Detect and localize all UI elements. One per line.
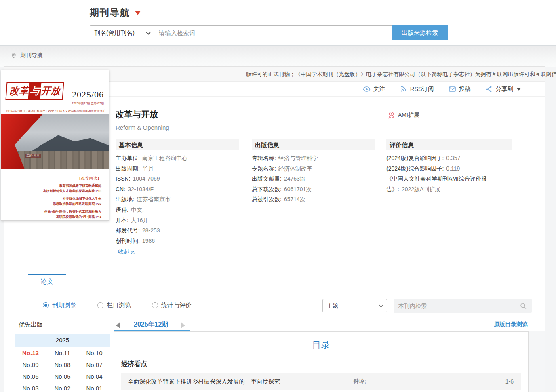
radio-issue-browse-label: 刊期浏览	[52, 301, 76, 309]
location-pin-icon	[11, 52, 17, 59]
search-input[interactable]	[154, 25, 392, 40]
current-issue-label: 2025年12期	[134, 320, 168, 329]
info-item: 专题名称:经济体制改革	[252, 164, 375, 174]
share-button[interactable]: 分享到	[485, 85, 521, 93]
info-item: (2024版)综合影响因子:0.119	[386, 164, 512, 174]
radio-stats-evaluation-label: 统计与评价	[161, 301, 192, 309]
cover-photo-mountain	[29, 131, 109, 152]
radio-unselected-icon	[152, 302, 158, 308]
issue-no-09[interactable]: No.09	[15, 359, 46, 371]
info-item: 出版地:江苏省南京市	[116, 194, 239, 205]
basic-info-column: 基本信息 主办单位:南京工程咨询中心 出版周期:半月 ISSN:1004-706…	[116, 139, 239, 246]
info-item: 总下载次数:6061701次	[252, 184, 375, 195]
chevron-down-icon	[146, 30, 150, 34]
toc-section-title: 经济看点	[121, 360, 147, 369]
follow-button[interactable]: 关注	[363, 85, 385, 93]
next-issue-arrow-icon[interactable]	[181, 322, 185, 329]
collapse-link[interactable]: 收起	[118, 248, 135, 255]
search-field-select[interactable]: 刊名(曾用刊名)	[90, 25, 154, 40]
prev-issue-arrow-icon[interactable]	[116, 322, 120, 329]
article-authors-link[interactable]: 钟玲;	[353, 378, 489, 385]
ami-badge-label: AMI扩展	[398, 112, 419, 119]
journal-cover-logo: 改革与开放	[5, 82, 64, 100]
topic-field-select[interactable]: 主题	[322, 299, 387, 312]
cover-recommend-list: 教育强国战略下职普融通赋能高校创新创业人才培养的探索与实践 P13 社交媒体场域…	[43, 183, 101, 222]
radio-column-browse-label: 栏目浏览	[107, 301, 131, 309]
collapse-label: 收起	[118, 248, 129, 255]
toc-panel: 目录 经济看点 全面深化改革背景下推进乡村振兴深入发展的三重向度探究 钟玲; 1…	[114, 331, 529, 392]
share-caret-icon	[517, 88, 521, 91]
radio-selected-icon	[43, 302, 49, 308]
share-label: 分享到	[496, 85, 514, 93]
cover-recommend-item: 使命·条件·路径：数智时代工匠精神融入高职院校思政课的“理”探循 P41	[43, 209, 101, 219]
tab-strip-divider	[12, 289, 539, 289]
issue-no-12[interactable]: No.12	[15, 347, 46, 359]
issue-no-08[interactable]: No.08	[46, 359, 78, 371]
issue-no-05[interactable]: No.05	[46, 371, 78, 382]
breadcrumb-label: 期刊导航	[20, 52, 43, 59]
priority-publish-link[interactable]: 优先出版	[19, 321, 43, 329]
logo-text: 开放	[40, 83, 61, 99]
issue-no-06[interactable]: No.06	[15, 371, 46, 382]
search-field-select-label: 刊名(曾用刊名)	[94, 29, 135, 37]
logo-text: 与	[28, 83, 42, 99]
breadcrumb[interactable]: 期刊导航	[11, 52, 43, 59]
breadcrumb-bar: 期刊导航	[0, 45, 556, 67]
info-item: CN:32-1034/F	[116, 184, 239, 195]
radio-column-browse[interactable]: 栏目浏览	[97, 301, 131, 309]
info-item: 总被引次数:65714次	[252, 194, 375, 205]
journal-title-en: Reform & Openning	[116, 124, 169, 131]
info-item: ISSN:1004-7069	[116, 174, 239, 184]
journal-title: 改革与开放	[116, 109, 158, 120]
year-band[interactable]: 2025	[15, 334, 110, 347]
issue-no-01[interactable]: No.01	[78, 382, 110, 392]
page-title-text: 期刊导航	[90, 8, 130, 18]
eye-icon	[363, 85, 371, 93]
issue-no-11[interactable]: No.11	[46, 347, 78, 359]
info-item: (2024版)复合影响因子:0.357	[386, 153, 512, 164]
notice-text: 版许可的正式刊物；《中国学术期刊（光盘版）》电子杂志社有限公司（以下简称电子杂志…	[246, 67, 556, 82]
article-row: 全面深化改革背景下推进乡村振兴深入发展的三重向度探究 钟玲; 1-6	[121, 373, 521, 390]
cover-issue-detail: 2025年第12期 总第617期	[72, 101, 104, 105]
issue-no-03[interactable]: No.03	[15, 382, 46, 392]
info-item: 创刊时间:1986	[116, 236, 239, 247]
issue-no-02[interactable]: No.02	[46, 382, 78, 392]
info-item: 开本:大16开	[116, 215, 239, 226]
submit-article-button[interactable]: 投稿	[449, 85, 471, 93]
cover-issue-number: 2025/06	[72, 89, 104, 100]
ami-badge: AMI扩展	[388, 111, 419, 119]
logo-text: 改革	[9, 83, 29, 99]
nav-dropdown-triangle-icon[interactable]	[135, 11, 141, 15]
publish-info-header: 出版信息	[252, 139, 375, 150]
rss-subscribe-button[interactable]: RSS订阅	[400, 85, 434, 93]
journal-cover[interactable]: 改革与开放 2025/06 2025年第12期 总第617期 《中国核心期刊（遴…	[1, 70, 109, 221]
radio-issue-browse[interactable]: 刊期浏览	[43, 301, 76, 309]
article-title-link[interactable]: 全面深化改革背景下推进乡村振兴深入发展的三重向度探究	[121, 378, 353, 386]
issue-grid: No.12 No.11 No.10 No.09 No.08 No.07 No.0…	[15, 347, 110, 392]
info-item: 出版周期:半月	[116, 164, 239, 174]
issue-no-04[interactable]: No.04	[78, 371, 110, 382]
cover-photo: 江苏·南京	[1, 114, 109, 169]
share-icon	[485, 85, 493, 93]
publication-source-search-button[interactable]: 出版来源检索	[392, 25, 448, 40]
issue-nav-underline	[114, 330, 190, 331]
cover-recommend-item: 教育强国战略下职普融通赋能高校创新创业人才培养的探索与实践 P13	[43, 183, 101, 194]
search-icon[interactable]	[520, 302, 527, 310]
original-toc-link[interactable]: 原版目录浏览	[494, 321, 528, 328]
topic-field-select-label: 主题	[327, 302, 338, 310]
mail-icon	[449, 85, 456, 93]
info-item: 《中国人文社会科学期刊AMI综合评价报告》:2022版A刊扩展	[386, 174, 512, 194]
in-journal-search-input[interactable]	[394, 303, 520, 309]
issue-no-07[interactable]: No.07	[78, 359, 110, 371]
toc-title: 目录	[114, 339, 528, 351]
site-header: 期刊导航 刊名(曾用刊名) 出版来源检索	[0, 0, 556, 45]
chevron-double-up-icon	[130, 249, 135, 255]
info-item: 主办单位:南京工程咨询中心	[116, 153, 239, 164]
tab-papers[interactable]: 论文	[28, 274, 66, 289]
page-title: 期刊导航	[90, 6, 141, 19]
medal-icon	[388, 111, 395, 119]
radio-stats-evaluation[interactable]: 统计与评价	[152, 301, 192, 309]
issue-no-10[interactable]: No.10	[78, 347, 110, 359]
cover-recommend-item: 社交媒体场域下优化大学生思想政治教育的理路进路探究 P28	[43, 196, 101, 207]
in-journal-search	[394, 299, 532, 313]
